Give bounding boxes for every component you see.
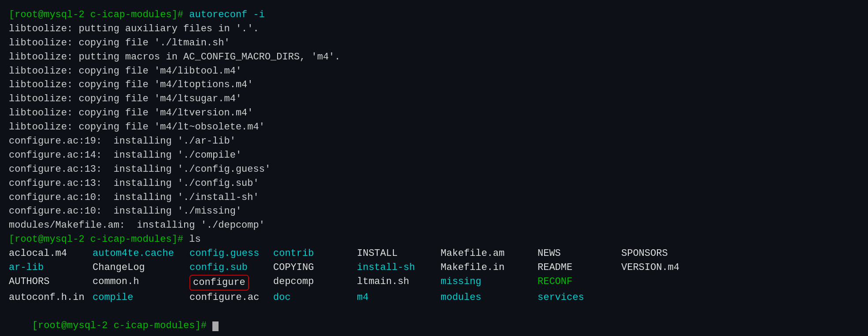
line-4: libtoolize: putting macros in AC_CONFIG_…: [9, 50, 859, 64]
ls-missing: missing: [441, 275, 538, 291]
ls-autom4te: autom4te.cache: [93, 247, 189, 261]
terminal: [root@mysql-2 c-icap-modules]# autorecon…: [9, 8, 859, 336]
line-3: libtoolize: copying file './ltmain.sh': [9, 36, 859, 50]
ls-output: aclocal.m4 autom4te.cache config.guess c…: [9, 247, 859, 305]
ls-config-guess: config.guess: [189, 247, 273, 261]
ls-empty-3: [621, 275, 705, 291]
line-10: configure.ac:19: installing './ar-lib': [9, 134, 859, 148]
ls-row-2: ar-lib ChangeLog config.sub COPYING inst…: [9, 261, 859, 275]
ls-changelog: ChangeLog: [93, 261, 189, 275]
line-12: configure.ac:13: installing './config.gu…: [9, 162, 859, 177]
line-15: configure.ac:10: installing './missing': [9, 204, 859, 218]
ls-makefile-am: Makefile.am: [441, 247, 538, 261]
line-ls-cmd: [root@mysql-2 c-icap-modules]# ls: [9, 233, 859, 247]
final-prompt-line: [root@mysql-2 c-icap-modules]#: [9, 305, 859, 336]
line-9: libtoolize: copying file 'm4/lt~obsolete…: [9, 120, 859, 134]
line-7: libtoolize: copying file 'm4/ltsugar.m4': [9, 92, 859, 106]
ls-sponsors: SPONSORS: [621, 247, 705, 261]
line-1: [root@mysql-2 c-icap-modules]# autorecon…: [9, 8, 859, 22]
ls-common-h: common.h: [93, 275, 189, 291]
line-5: libtoolize: copying file 'm4/libtool.m4': [9, 64, 859, 78]
final-prompt: [root@mysql-2 c-icap-modules]#: [32, 320, 212, 331]
ls-configure-ac: configure.ac: [189, 291, 273, 305]
prompt-user-2: [root@mysql-2 c-icap-modules]#: [9, 234, 189, 245]
ls-authors: AUTHORS: [9, 275, 93, 291]
ls-readme: README: [538, 261, 621, 275]
ls-arlib: ar-lib: [9, 261, 93, 275]
ls-configure: configure: [189, 275, 249, 291]
ls-install-sh: install-sh: [357, 261, 441, 275]
line-11: configure.ac:14: installing './compile': [9, 148, 859, 162]
prompt-user: [root@mysql-2 c-icap-modules]#: [9, 9, 189, 20]
ls-depcomp: depcomp: [273, 275, 357, 291]
ls-makefile-in: Makefile.in: [441, 261, 538, 275]
ls-configure-cell: configure: [189, 275, 273, 291]
line-13: configure.ac:13: installing './config.su…: [9, 177, 859, 191]
ls-doc: doc: [273, 291, 357, 305]
ls-copying: COPYING: [273, 261, 357, 275]
ls-news: NEWS: [538, 247, 621, 261]
ls-contrib: contrib: [273, 247, 357, 261]
ls-compile: compile: [93, 291, 189, 305]
cmd-ls: ls: [189, 234, 200, 245]
ls-install: INSTALL: [357, 247, 441, 261]
cursor: [212, 321, 219, 331]
ls-modules: modules: [441, 291, 538, 305]
line-2: libtoolize: putting auxiliary files in '…: [9, 22, 859, 36]
ls-empty-4: [621, 291, 705, 305]
ls-m4: m4: [357, 291, 441, 305]
ls-row-1: aclocal.m4 autom4te.cache config.guess c…: [9, 247, 859, 261]
ls-reconf: RECONF: [538, 275, 621, 291]
ls-ltmain: ltmain.sh: [357, 275, 441, 291]
ls-row-3: AUTHORS common.h configure depcomp ltmai…: [9, 275, 859, 291]
ls-aclocal: aclocal.m4: [9, 247, 93, 261]
ls-services: services: [538, 291, 621, 305]
ls-autoconf-h-in: autoconf.h.in: [9, 291, 93, 305]
ls-row-4: autoconf.h.in compile configure.ac doc m…: [9, 291, 859, 305]
ls-version-m4: VERSION.m4: [621, 261, 705, 275]
ls-config-sub: config.sub: [189, 261, 273, 275]
line-14: configure.ac:10: installing './install-s…: [9, 191, 859, 205]
cmd-autoreconf: autoreconf -i: [189, 9, 265, 20]
line-8: libtoolize: copying file 'm4/ltversion.m…: [9, 106, 859, 120]
line-6: libtoolize: copying file 'm4/ltoptions.m…: [9, 78, 859, 92]
line-16: modules/Makefile.am: installing './depco…: [9, 218, 859, 233]
